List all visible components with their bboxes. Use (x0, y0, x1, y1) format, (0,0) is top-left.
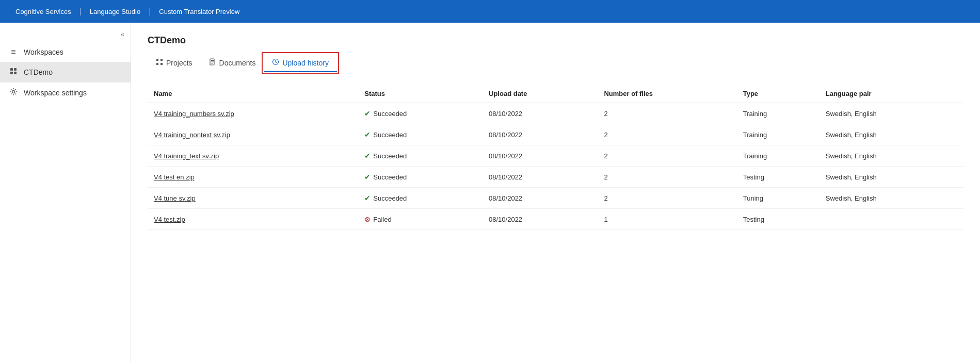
svg-rect-2 (10, 72, 13, 74)
topbar-language-studio[interactable]: Language Studio (83, 8, 148, 15)
cell-num-files: 2 (598, 188, 736, 209)
svg-rect-1 (14, 68, 17, 71)
status-label: Failed (373, 216, 391, 223)
cell-language-pair: Swedish, English (820, 103, 963, 124)
sidebar-collapse-button[interactable]: « (0, 27, 131, 42)
status-label: Succeeded (373, 131, 407, 139)
cell-language-pair: Swedish, English (820, 124, 963, 145)
upload-history-tab-icon (272, 58, 279, 67)
sidebar-item-ctdemo[interactable]: CTDemo (0, 62, 131, 83)
svg-rect-7 (156, 63, 158, 65)
tab-projects[interactable]: Projects (148, 54, 201, 72)
cell-language-pair: Swedish, English (820, 188, 963, 209)
sidebar-item-workspaces[interactable]: ≡ Workspaces (0, 42, 131, 62)
status-label: Succeeded (373, 110, 407, 118)
cell-language-pair: Swedish, English (820, 145, 963, 167)
cell-type: Testing (737, 167, 820, 188)
cell-status: ⊗Failed (358, 209, 483, 230)
cell-num-files: 1 (598, 209, 736, 230)
svg-point-4 (12, 91, 15, 93)
svg-rect-3 (14, 72, 17, 74)
cell-num-files: 2 (598, 145, 736, 167)
table-row: V4 training_nontext sv.zip✔Succeeded08/1… (148, 124, 963, 145)
col-header-type: Type (737, 85, 820, 103)
cell-status: ✔Succeeded (358, 103, 483, 124)
cell-upload-date: 08/10/2022 (483, 145, 598, 167)
status-success: ✔Succeeded (364, 130, 476, 139)
cell-type: Training (737, 103, 820, 124)
cell-name[interactable]: V4 test.zip (148, 209, 358, 230)
tab-upload-history[interactable]: Upload history (264, 54, 337, 72)
tab-projects-label: Projects (166, 59, 192, 67)
topbar: Cognitive Services | Language Studio | C… (0, 0, 980, 23)
cell-upload-date: 08/10/2022 (483, 103, 598, 124)
status-failed: ⊗Failed (364, 215, 476, 223)
topbar-custom-translator[interactable]: Custom Translator Preview (152, 8, 247, 15)
svg-rect-0 (10, 68, 13, 71)
cell-num-files: 2 (598, 167, 736, 188)
cell-language-pair: Swedish, English (820, 167, 963, 188)
failed-icon: ⊗ (364, 215, 371, 223)
sidebar-item-workspaces-label: Workspaces (24, 48, 63, 56)
col-header-name: Name (148, 85, 358, 103)
sidebar: « ≡ Workspaces CTDemo (0, 23, 131, 362)
status-success: ✔Succeeded (364, 152, 476, 160)
table-row: V4 test.zip⊗Failed08/10/20221Testing (148, 209, 963, 230)
cell-num-files: 2 (598, 103, 736, 124)
cell-status: ✔Succeeded (358, 145, 483, 167)
status-success: ✔Succeeded (364, 194, 476, 202)
table-row: V4 tune sv.zip✔Succeeded08/10/20222Tunin… (148, 188, 963, 209)
success-icon: ✔ (364, 109, 371, 118)
cell-upload-date: 08/10/2022 (483, 167, 598, 188)
workspace-settings-icon (8, 88, 19, 98)
cell-status: ✔Succeeded (358, 124, 483, 145)
sidebar-item-workspace-settings[interactable]: Workspace settings (0, 83, 131, 103)
tabs-container: Projects Documents (148, 54, 963, 72)
status-label: Succeeded (373, 194, 407, 202)
tab-documents-label: Documents (219, 59, 256, 67)
status-label: Succeeded (373, 152, 407, 160)
cell-upload-date: 08/10/2022 (483, 124, 598, 145)
layout: « ≡ Workspaces CTDemo (0, 23, 980, 362)
success-icon: ✔ (364, 173, 371, 181)
col-header-language-pair: Language pair (820, 85, 963, 103)
cell-type: Training (737, 145, 820, 167)
table-row: V4 training_numbers sv.zip✔Succeeded08/1… (148, 103, 963, 124)
tab-upload-history-label: Upload history (282, 59, 329, 67)
cell-language-pair (820, 209, 963, 230)
cell-name[interactable]: V4 training_text sv.zip (148, 145, 358, 167)
success-icon: ✔ (364, 130, 371, 139)
topbar-cognitive-services[interactable]: Cognitive Services (8, 8, 78, 15)
ctdemo-icon (8, 67, 19, 77)
col-header-num-files: Number of files (598, 85, 736, 103)
sidebar-item-ctdemo-label: CTDemo (24, 68, 53, 76)
success-icon: ✔ (364, 152, 371, 160)
cell-type: Tuning (737, 188, 820, 209)
cell-name[interactable]: V4 training_nontext sv.zip (148, 124, 358, 145)
cell-type: Testing (737, 209, 820, 230)
cell-type: Training (737, 124, 820, 145)
tab-documents[interactable]: Documents (201, 54, 264, 72)
status-success: ✔Succeeded (364, 109, 476, 118)
col-header-status: Status (358, 85, 483, 103)
table-row: V4 test en.zip✔Succeeded08/10/20222Testi… (148, 167, 963, 188)
main-content: CTDemo Projects (131, 23, 980, 362)
cell-upload-date: 08/10/2022 (483, 209, 598, 230)
cell-status: ✔Succeeded (358, 188, 483, 209)
cell-name[interactable]: V4 test en.zip (148, 167, 358, 188)
svg-rect-8 (160, 63, 163, 65)
cell-status: ✔Succeeded (358, 167, 483, 188)
projects-tab-icon (156, 58, 163, 67)
col-header-upload-date: Upload date (483, 85, 598, 103)
cell-name[interactable]: V4 tune sv.zip (148, 188, 358, 209)
topbar-divider-1: | (78, 7, 83, 16)
svg-rect-5 (156, 59, 158, 61)
cell-name[interactable]: V4 training_numbers sv.zip (148, 103, 358, 124)
upload-history-table: Name Status Upload date Number of files … (148, 85, 963, 230)
success-icon: ✔ (364, 194, 371, 202)
sidebar-item-workspace-settings-label: Workspace settings (24, 89, 87, 97)
cell-num-files: 2 (598, 124, 736, 145)
svg-rect-6 (160, 59, 163, 61)
status-label: Succeeded (373, 173, 407, 181)
table-row: V4 training_text sv.zip✔Succeeded08/10/2… (148, 145, 963, 167)
